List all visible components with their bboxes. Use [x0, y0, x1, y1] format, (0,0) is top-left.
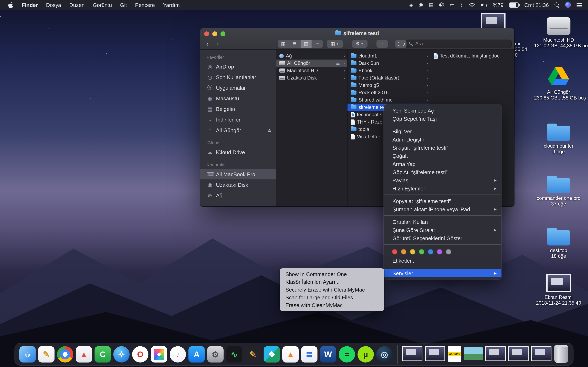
- file-row-shared-with-me[interactable]: Shared with me›: [347, 96, 430, 104]
- action-menu-button[interactable]: ⚙▼: [352, 40, 367, 48]
- minimize-button[interactable]: [212, 31, 217, 36]
- vlc[interactable]: ▲: [282, 346, 299, 363]
- cpu-icon[interactable]: ▤: [429, 2, 433, 7]
- desktop-icon-cloudmounter-folder[interactable]: cloudmounter9 öğe: [534, 122, 583, 155]
- volume-icon[interactable]: [481, 3, 487, 7]
- system-preferences[interactable]: ⚙: [207, 346, 224, 363]
- menu-finder[interactable]: Finder: [17, 2, 42, 8]
- screen-record-icon[interactable]: ◉: [419, 2, 423, 7]
- context-item-bilgi-ver[interactable]: Bilgi Ver: [384, 127, 502, 135]
- context-item-etiketler[interactable]: Etiketler...: [384, 257, 502, 265]
- screenshot-preview-1[interactable]: [402, 346, 423, 361]
- file-row-dark-sun[interactable]: Dark Sun›: [347, 59, 430, 67]
- back-button[interactable]: ‹: [203, 40, 213, 48]
- menu-pencere[interactable]: Pencere: [131, 2, 159, 8]
- screenshot-preview-3[interactable]: [485, 346, 506, 361]
- file-row-macintosh-hd[interactable]: Macintosh HD›: [276, 67, 347, 74]
- boot-camp-icon[interactable]: ◈: [409, 2, 413, 7]
- desktop-icon-desktop-folder[interactable]: desktop18 öğe: [534, 227, 583, 259]
- context-item-gruplar-kullan[interactable]: Grupları Kullan: [384, 218, 502, 226]
- tag-color-3[interactable]: [410, 249, 415, 254]
- menu-dosya[interactable]: Dosya: [42, 2, 65, 8]
- context-item-una-g-re-s-rala[interactable]: Şuna Göre Sırala:▶: [384, 226, 502, 234]
- desktop-icon-ekran-resmi-screenshot[interactable]: Ekran Resmi2018-11-24 21.35.40: [534, 272, 583, 306]
- apple-menu[interactable]: [4, 2, 17, 8]
- file-row-cloudm1[interactable]: cloudm1›: [347, 52, 430, 59]
- context-item-o-alt[interactable]: Çoğalt: [384, 152, 502, 160]
- file-row-uzaktaki-disk[interactable]: Uzaktaki Disk›: [276, 74, 347, 82]
- forward-button[interactable]: ›: [213, 40, 223, 48]
- tag-color-4[interactable]: [419, 249, 424, 254]
- file-row-test-d-k-ma-lmu-tur-gdoc[interactable]: Test döküma...lmuştur.gdoc: [430, 52, 514, 59]
- column-view-button[interactable]: ▥: [301, 40, 312, 48]
- sidebar-item-a[interactable]: ⊕Ağ: [200, 190, 276, 201]
- tag-color-6[interactable]: [437, 249, 442, 254]
- chrome[interactable]: [57, 346, 73, 363]
- sidebar-item-masa-st[interactable]: ▦Masaüstü: [200, 93, 276, 104]
- context-item-g-r-nt-se-eneklerini-g-ster[interactable]: Görüntü Seçeneklerini Göster: [384, 234, 502, 242]
- file-row-a[interactable]: Ağ›: [276, 52, 347, 59]
- screenshot-preview-5[interactable]: [531, 346, 552, 361]
- desktop-icon-ali-gungor-drive[interactable]: Ali Güngör230,85 GB...,58 GB boş: [534, 66, 583, 101]
- spotlight-icon[interactable]: [554, 2, 559, 7]
- screenshot-preview-4[interactable]: [508, 346, 528, 361]
- sidebar-item-uzaktaki-disk[interactable]: ◉Uzaktaki Disk: [200, 179, 276, 190]
- photo-preview[interactable]: [464, 347, 483, 360]
- file-row-memo-g5[interactable]: Memo g5›: [347, 82, 430, 89]
- tag-color-5[interactable]: [428, 249, 433, 254]
- context-item-arma-yap[interactable]: Arma Yap: [384, 160, 502, 168]
- context-item-payla[interactable]: Paylaş▶: [384, 176, 502, 184]
- warning-document[interactable]: WARNING: [448, 346, 461, 362]
- word[interactable]: W: [320, 346, 336, 363]
- media-app[interactable]: ❖: [264, 346, 280, 363]
- sidebar-item-son-kullan-lanlar[interactable]: ◷Son Kullanılanlar: [200, 72, 276, 82]
- sidebar-item-i-ndirilenler[interactable]: ⇣İndirilenler: [200, 114, 276, 125]
- desktop-icon-macintosh-hd[interactable]: Macintosh HD121,02 GB, 44,35 GB boş: [534, 16, 583, 49]
- tags-button[interactable]: [395, 40, 407, 48]
- steam[interactable]: ◎: [376, 346, 393, 363]
- siri-icon[interactable]: [565, 2, 571, 8]
- opera[interactable]: O: [132, 346, 148, 363]
- zoom-button[interactable]: [221, 31, 225, 36]
- document-app[interactable]: ≣: [301, 346, 318, 363]
- sidebar-item-belgeler[interactable]: ▤Belgeler: [200, 104, 276, 114]
- menu-yard-m[interactable]: Yardım: [159, 2, 184, 8]
- finder[interactable]: ☺: [19, 346, 36, 363]
- utorrent[interactable]: µ: [357, 346, 374, 363]
- tag-color-1[interactable]: [392, 249, 397, 254]
- file-row-fate-ortak-klas-r[interactable]: Fate (Ortak klasör)›: [347, 74, 430, 82]
- display-icon[interactable]: ▭: [450, 2, 454, 7]
- context-item-servisler[interactable]: Servisler▶: [384, 269, 502, 277]
- sidebar-item-ali-macbook-pro[interactable]: ⌨Ali MacBook Pro: [200, 169, 276, 179]
- app-store[interactable]: A: [189, 346, 205, 363]
- sidebar-item-airdrop[interactable]: ◎AirDrop: [200, 61, 276, 72]
- rocket-app[interactable]: ▲: [76, 346, 92, 363]
- commander-one[interactable]: C: [95, 346, 111, 363]
- screenshot-preview-2[interactable]: [425, 346, 445, 361]
- itunes[interactable]: ♪: [170, 346, 186, 363]
- menu-g-r-nt[interactable]: Görüntü: [89, 2, 116, 8]
- service-item-erase-with-cleanmymac[interactable]: Erase with CleanMyMac: [280, 301, 384, 309]
- spotify[interactable]: ≈: [339, 346, 355, 363]
- share-button[interactable]: ↑: [376, 40, 388, 48]
- notes-app[interactable]: ✎: [38, 346, 54, 363]
- service-item-show-in-commander-one[interactable]: Show In Commander One: [280, 270, 384, 278]
- context-item-ad-n-de-i-tir[interactable]: Adını Değiştir: [384, 135, 502, 143]
- monogram-m-icon[interactable]: Ⓜ: [439, 2, 444, 7]
- context-item-s-k-t-r-ifreleme-testi[interactable]: Sıkıştır: “şifreleme testi”: [384, 143, 502, 152]
- bluetooth-icon[interactable]: ᛒ: [460, 2, 463, 7]
- group-by-button[interactable]: ▦▼: [327, 40, 343, 48]
- photos[interactable]: [151, 346, 167, 363]
- service-item-securely-erase-with-cleanmymac[interactable]: Securely Erase with CleanMyMac: [280, 286, 384, 294]
- context-item-yeni-sekmede-a[interactable]: Yeni Sekmede Aç: [384, 106, 502, 115]
- notification-center-icon[interactable]: [577, 3, 582, 7]
- file-row-rock-off-2016[interactable]: Rock off 2016›: [347, 89, 430, 96]
- safari[interactable]: ✧: [113, 346, 130, 363]
- graphics-app[interactable]: ✎: [245, 346, 261, 363]
- menu-git[interactable]: Git: [116, 2, 131, 8]
- menu-bar-clock[interactable]: Cmt 21:36: [524, 2, 549, 8]
- tag-color-2[interactable]: [401, 249, 406, 254]
- context-item-uradan-aktar-iphone-veya-ipad[interactable]: Şuradan aktar: iPhone veya iPad▶: [384, 205, 502, 213]
- gallery-view-button[interactable]: ▭: [312, 40, 323, 48]
- menu-d-zen[interactable]: Düzen: [65, 2, 89, 8]
